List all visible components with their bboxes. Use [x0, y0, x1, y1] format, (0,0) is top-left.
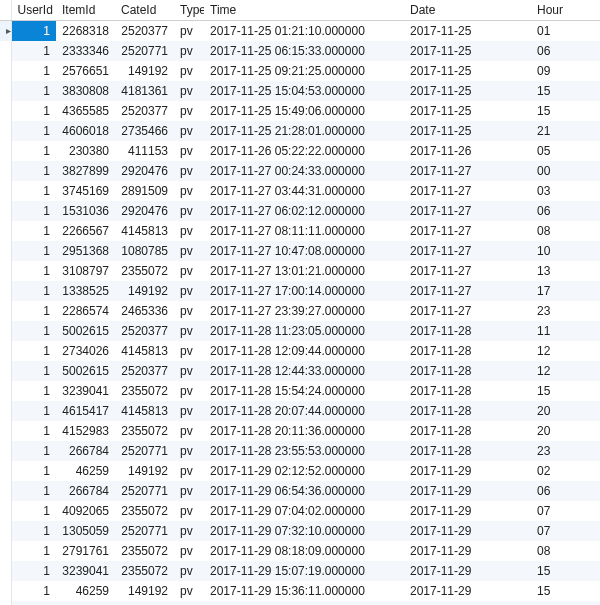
cell-type[interactable]: pv: [174, 381, 204, 401]
row-indicator[interactable]: [0, 161, 11, 181]
cell-hour[interactable]: 03: [531, 181, 600, 201]
cell-time[interactable]: 2017-11-27 08:11:11.000000: [204, 221, 404, 241]
cell-hour[interactable]: 21: [531, 121, 600, 141]
cell-type[interactable]: pv: [174, 101, 204, 121]
cell-date[interactable]: 2017-11-29: [404, 461, 531, 481]
row-indicator[interactable]: [0, 441, 11, 461]
cell-userid[interactable]: 1: [11, 361, 56, 381]
cell-itemid[interactable]: 2791761: [56, 541, 115, 561]
col-header-date[interactable]: Date: [404, 0, 531, 21]
cell-itemid[interactable]: 4152983: [56, 421, 115, 441]
cell-cateid[interactable]: 1080785: [115, 241, 174, 261]
cell-hour[interactable]: 23: [531, 301, 600, 321]
cell-date[interactable]: 2017-11-25: [404, 101, 531, 121]
cell-userid[interactable]: 1: [11, 381, 56, 401]
cell-hour[interactable]: 09: [531, 61, 600, 81]
row-indicator[interactable]: [0, 421, 11, 441]
row-indicator[interactable]: [0, 61, 11, 81]
cell-hour[interactable]: 02: [531, 461, 600, 481]
table-row[interactable]: 146259149192pv2017-11-29 02:12:52.000000…: [0, 461, 600, 481]
cell-itemid[interactable]: 266784: [56, 441, 115, 461]
cell-time[interactable]: 2017-11-29 02:12:52.000000: [204, 461, 404, 481]
cell-cateid[interactable]: 4145813: [115, 221, 174, 241]
cell-type[interactable]: pv: [174, 221, 204, 241]
cell-type[interactable]: pv: [174, 161, 204, 181]
cell-date[interactable]: 2017-11-27: [404, 221, 531, 241]
cell-userid[interactable]: 1: [11, 141, 56, 161]
cell-type[interactable]: pv: [174, 501, 204, 521]
cell-type[interactable]: pv: [174, 461, 204, 481]
cell-userid[interactable]: 1: [11, 541, 56, 561]
row-indicator[interactable]: [0, 201, 11, 221]
cell-cateid[interactable]: 2520377: [115, 361, 174, 381]
cell-itemid[interactable]: 2734026: [56, 341, 115, 361]
cell-time[interactable]: 2017-11-25 15:49:06.000000: [204, 101, 404, 121]
cell-userid[interactable]: 1: [11, 401, 56, 421]
cell-date[interactable]: 2017-11-29: [404, 601, 531, 605]
table-row[interactable]: 149733052520771pv2017-11-29 23:29:25.000…: [0, 601, 600, 605]
cell-date[interactable]: 2017-11-28: [404, 441, 531, 461]
cell-time[interactable]: 2017-11-29 08:18:09.000000: [204, 541, 404, 561]
cell-itemid[interactable]: 2333346: [56, 41, 115, 61]
cell-cateid[interactable]: 2465336: [115, 301, 174, 321]
cell-hour[interactable]: 15: [531, 581, 600, 601]
table-row[interactable]: 122665674145813pv2017-11-27 08:11:11.000…: [0, 221, 600, 241]
cell-date[interactable]: 2017-11-28: [404, 321, 531, 341]
cell-date[interactable]: 2017-11-27: [404, 241, 531, 261]
cell-time[interactable]: 2017-11-29 06:54:36.000000: [204, 481, 404, 501]
cell-cateid[interactable]: 2355072: [115, 261, 174, 281]
cell-time[interactable]: 2017-11-28 12:09:44.000000: [204, 341, 404, 361]
row-indicator[interactable]: [0, 521, 11, 541]
row-indicator[interactable]: [0, 341, 11, 361]
cell-cateid[interactable]: 2920476: [115, 161, 174, 181]
table-row[interactable]: 141529832355072pv2017-11-28 20:11:36.000…: [0, 421, 600, 441]
cell-hour[interactable]: 07: [531, 501, 600, 521]
cell-cateid[interactable]: 2355072: [115, 381, 174, 401]
cell-cateid[interactable]: 2520771: [115, 41, 174, 61]
cell-userid[interactable]: 1: [11, 261, 56, 281]
table-row[interactable]: 122865742465336pv2017-11-27 23:39:27.000…: [0, 301, 600, 321]
cell-itemid[interactable]: 2576651: [56, 61, 115, 81]
cell-hour[interactable]: 08: [531, 541, 600, 561]
row-indicator[interactable]: [0, 221, 11, 241]
cell-userid[interactable]: 1: [11, 441, 56, 461]
cell-cateid[interactable]: 2355072: [115, 421, 174, 441]
cell-userid[interactable]: 1: [11, 41, 56, 61]
cell-userid[interactable]: 1: [11, 521, 56, 541]
cell-cateid[interactable]: 2520377: [115, 321, 174, 341]
cell-date[interactable]: 2017-11-27: [404, 181, 531, 201]
table-row[interactable]: ▸122683182520377pv2017-11-25 01:21:10.00…: [0, 21, 600, 42]
cell-hour[interactable]: 06: [531, 41, 600, 61]
cell-hour[interactable]: 23: [531, 441, 600, 461]
cell-itemid[interactable]: 2286574: [56, 301, 115, 321]
cell-date[interactable]: 2017-11-29: [404, 501, 531, 521]
cell-userid[interactable]: 1: [11, 241, 56, 261]
col-header-hour[interactable]: Hour: [531, 0, 600, 21]
cell-userid[interactable]: 1: [11, 181, 56, 201]
row-indicator[interactable]: [0, 121, 11, 141]
cell-time[interactable]: 2017-11-28 12:44:33.000000: [204, 361, 404, 381]
cell-itemid[interactable]: 5002615: [56, 361, 115, 381]
cell-userid[interactable]: 1: [11, 101, 56, 121]
cell-userid[interactable]: 1: [11, 161, 56, 181]
table-row[interactable]: 146259149192pv2017-11-29 15:36:11.000000…: [0, 581, 600, 601]
row-indicator[interactable]: [0, 81, 11, 101]
cell-hour[interactable]: 12: [531, 361, 600, 381]
table-row[interactable]: 143655852520377pv2017-11-25 15:49:06.000…: [0, 101, 600, 121]
table-row[interactable]: 12667842520771pv2017-11-29 06:54:36.0000…: [0, 481, 600, 501]
row-indicator[interactable]: [0, 261, 11, 281]
table-row[interactable]: 12667842520771pv2017-11-28 23:55:53.0000…: [0, 441, 600, 461]
cell-itemid[interactable]: 3745169: [56, 181, 115, 201]
cell-hour[interactable]: 10: [531, 241, 600, 261]
cell-type[interactable]: pv: [174, 421, 204, 441]
table-row[interactable]: 146060182735466pv2017-11-25 21:28:01.000…: [0, 121, 600, 141]
table-row[interactable]: 150026152520377pv2017-11-28 12:44:33.000…: [0, 361, 600, 381]
cell-userid[interactable]: 1: [11, 461, 56, 481]
header-row[interactable]: UserId ItemId CateId Type Time Date Hour: [0, 0, 600, 21]
cell-hour[interactable]: 20: [531, 421, 600, 441]
cell-date[interactable]: 2017-11-26: [404, 141, 531, 161]
cell-itemid[interactable]: 230380: [56, 141, 115, 161]
cell-hour[interactable]: 05: [531, 141, 600, 161]
cell-type[interactable]: pv: [174, 561, 204, 581]
data-grid[interactable]: UserId ItemId CateId Type Time Date Hour…: [0, 0, 600, 605]
